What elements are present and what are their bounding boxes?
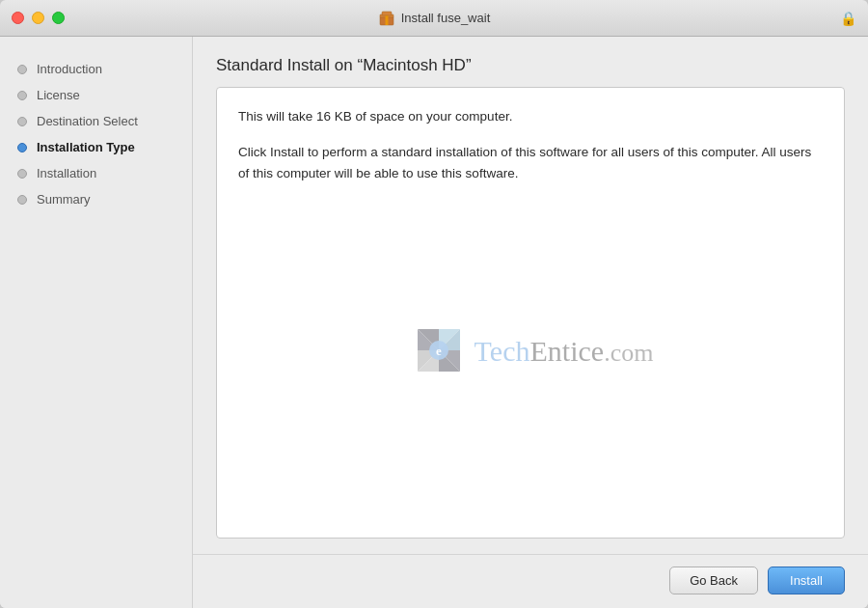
install-button[interactable]: Install — [768, 567, 845, 594]
content-area: Standard Install on “Macintosh HD” This … — [193, 37, 868, 554]
content-box: This will take 16 KB of space on your co… — [216, 87, 845, 539]
sidebar: Introduction License Destination Select … — [0, 37, 193, 608]
content-primary-text: This will take 16 KB of space on your co… — [238, 107, 823, 126]
sidebar-label-introduction: Introduction — [37, 62, 102, 76]
svg-rect-2 — [385, 14, 388, 25]
watermark-text: TechEntice.com — [475, 335, 654, 368]
content-secondary-text: Click Install to perform a standard inst… — [238, 142, 823, 183]
sidebar-item-destination-select[interactable]: Destination Select — [0, 108, 192, 134]
close-button[interactable] — [12, 12, 24, 24]
sidebar-label-license: License — [37, 88, 80, 102]
package-icon — [378, 10, 395, 27]
titlebar-buttons — [12, 12, 65, 24]
sidebar-dot-installation — [17, 169, 27, 179]
watermark-tech: Tech — [475, 335, 530, 367]
watermark: e TechEntice.com — [238, 183, 823, 518]
sidebar-item-installation[interactable]: Installation — [0, 160, 192, 186]
sidebar-dot-summary — [17, 195, 27, 205]
sidebar-label-installation: Installation — [37, 166, 96, 180]
sidebar-label-destination-select: Destination Select — [37, 114, 138, 128]
svg-text:e: e — [436, 344, 442, 358]
sidebar-item-installation-type[interactable]: Installation Type — [0, 134, 192, 160]
sidebar-item-introduction[interactable]: Introduction — [0, 56, 192, 82]
sidebar-item-license[interactable]: License — [0, 82, 192, 108]
footer: Go Back Install — [193, 554, 868, 608]
sidebar-label-installation-type: Installation Type — [37, 140, 135, 154]
sidebar-dot-installation-type — [17, 143, 27, 152]
content-heading: Standard Install on “Macintosh HD” — [216, 56, 845, 75]
watermark-com: .com — [604, 339, 653, 367]
watermark-logo: e TechEntice.com — [408, 319, 654, 382]
sidebar-dot-license — [17, 91, 27, 100]
titlebar: Install fuse_wait 🔒 — [0, 0, 868, 37]
main-content: Introduction License Destination Select … — [0, 37, 868, 608]
sidebar-item-summary[interactable]: Summary — [0, 186, 192, 212]
svg-rect-3 — [382, 12, 392, 15]
maximize-button[interactable] — [52, 12, 65, 24]
lock-icon: 🔒 — [840, 11, 856, 26]
window-title: Install fuse_wait — [378, 10, 491, 27]
sidebar-dot-destination-select — [17, 117, 27, 126]
window-title-text: Install fuse_wait — [401, 11, 491, 25]
sidebar-dot-introduction — [17, 65, 27, 74]
techentice-logo-icon: e — [408, 319, 471, 382]
watermark-entice: Entice — [529, 335, 604, 367]
go-back-button[interactable]: Go Back — [669, 567, 758, 594]
sidebar-label-summary: Summary — [37, 192, 91, 207]
minimize-button[interactable] — [32, 12, 44, 24]
